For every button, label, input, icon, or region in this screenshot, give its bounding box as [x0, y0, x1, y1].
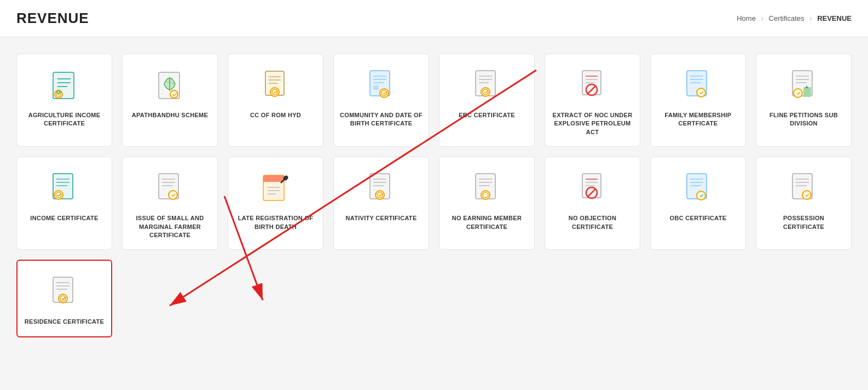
icon-apathbandhu-scheme: [151, 66, 189, 105]
card-agriculture-income-certificate[interactable]: AGRICULTURE INCOME CERTIFICATE: [16, 54, 112, 147]
breadcrumb-certificates[interactable]: Certificates: [769, 14, 805, 22]
card-issue-small-marginal[interactable]: ISSUE OF SMALL AND MARGINAL FARMER CERTI…: [122, 157, 218, 250]
breadcrumb: Home › Certificates › REVENUE: [737, 14, 852, 22]
label-income-certificate: INCOME CERTIFICATE: [30, 214, 98, 222]
card-nativity-certificate[interactable]: NATIVITY CERTIFICATE: [333, 157, 429, 250]
card-late-registration[interactable]: LATE REGISTRATION OF BIRTH DEATH: [228, 157, 323, 250]
label-residence-certificate: RESIDENCE CERTIFICATE: [25, 318, 104, 326]
icon-income-certificate: [45, 169, 84, 208]
card-ebc-certificate[interactable]: EBC CERTIFICATE: [439, 54, 535, 147]
icon-community-dob-certificate: [362, 66, 401, 105]
label-apathbandhu-scheme: APATHBANDHU SCHEME: [132, 111, 208, 119]
svg-point-37: [697, 88, 705, 97]
svg-point-54: [169, 191, 177, 199]
svg-rect-57: [263, 180, 284, 182]
icon-family-membership-certificate: [679, 66, 717, 105]
label-ebc-certificate: EBC CERTIFICATE: [459, 111, 515, 119]
svg-rect-42: [803, 87, 811, 97]
breadcrumb-current: REVENUE: [817, 14, 852, 22]
label-no-earning-member: NO EARNING MEMBER CERTIFICATE: [445, 214, 529, 231]
label-extract-noc: EXTRACT OF NOC UNDER EXPLOSIVE PETROLEUM…: [551, 111, 634, 136]
card-apathbandhu-scheme[interactable]: APATHBANDHU SCHEME: [122, 54, 218, 147]
page-title: REVENUE: [16, 10, 89, 27]
card-income-certificate[interactable]: INCOME CERTIFICATE: [16, 157, 112, 250]
card-fline-petitions[interactable]: FLINE PETITIONS SUB DIVISION: [756, 54, 852, 147]
card-no-objection-certificate[interactable]: NO OBJECTION CERTIFICATE: [545, 157, 640, 250]
main-content: AGRICULTURE INCOME CERTIFICATE APATHBAND…: [0, 37, 868, 354]
icon-late-registration: [257, 169, 295, 208]
cards-grid: AGRICULTURE INCOME CERTIFICATE APATHBAND…: [16, 54, 852, 337]
icon-fline-petitions: [785, 66, 823, 105]
icon-no-objection-certificate: [574, 169, 612, 208]
label-family-membership-certificate: FAMILY MEMBERSHIP CERTFICATE: [656, 111, 740, 128]
page-header: REVENUE Home › Certificates › REVENUE: [0, 0, 868, 37]
card-no-earning-member[interactable]: NO EARNING MEMBER CERTIFICATE: [439, 157, 535, 250]
icon-extract-noc: [574, 66, 612, 105]
svg-point-43: [794, 89, 802, 97]
card-community-dob-certificate[interactable]: COMMUNITY AND DATE OF BIRTH CERTIFICATE: [333, 54, 429, 147]
svg-point-7: [170, 90, 178, 98]
icon-cc-of-rom-hyd: [257, 66, 295, 105]
icon-no-earning-member: [468, 169, 506, 208]
label-fline-petitions: FLINE PETITIONS SUB DIVISION: [762, 111, 846, 128]
card-extract-noc[interactable]: EXTRACT OF NOC UNDER EXPLOSIVE PETROLEUM…: [545, 54, 640, 147]
label-obc-certificate: OBC CERTIFICATE: [670, 214, 727, 222]
label-nativity-certificate: NATIVITY CERTIFICATE: [345, 214, 416, 222]
card-family-membership-certificate[interactable]: FAMILY MEMBERSHIP CERTFICATE: [650, 54, 746, 147]
icon-possession-certificate: [785, 169, 823, 208]
label-possession-certificate: POSSESSION CERTIFICATE: [762, 214, 846, 231]
card-obc-certificate[interactable]: OBC CERTIFICATE: [650, 157, 746, 250]
label-late-registration: LATE REGISTRATION OF BIRTH DEATH: [234, 214, 317, 231]
breadcrumb-sep2: ›: [809, 14, 812, 22]
label-agriculture-income-certificate: AGRICULTURE INCOME CERTIFICATE: [22, 111, 106, 128]
label-community-dob-certificate: COMMUNITY AND DATE OF BIRTH CERTIFICATE: [339, 111, 423, 128]
icon-issue-small-marginal: [151, 169, 189, 208]
icon-agriculture-income-certificate: [45, 66, 84, 105]
card-cc-of-rom-hyd[interactable]: CC OF ROM HYD: [228, 54, 323, 147]
card-possession-certificate[interactable]: POSSESSION CERTIFICATE: [756, 157, 852, 250]
svg-point-90: [802, 191, 811, 199]
svg-rect-18: [373, 85, 379, 90]
icon-residence-certificate: [45, 273, 84, 311]
icon-ebc-certificate: [468, 66, 506, 105]
icon-nativity-certificate: [362, 169, 401, 208]
label-no-objection-certificate: NO OBJECTION CERTIFICATE: [551, 214, 634, 231]
svg-point-85: [697, 191, 705, 200]
card-residence-certificate[interactable]: RESIDENCE CERTIFICATE: [16, 260, 112, 337]
icon-obc-certificate: [679, 169, 717, 208]
label-issue-small-marginal: ISSUE OF SMALL AND MARGINAL FARMER CERTI…: [128, 214, 212, 239]
breadcrumb-sep1: ›: [761, 14, 763, 22]
breadcrumb-home[interactable]: Home: [737, 14, 756, 22]
label-cc-of-rom-hyd: CC OF ROM HYD: [250, 111, 301, 119]
